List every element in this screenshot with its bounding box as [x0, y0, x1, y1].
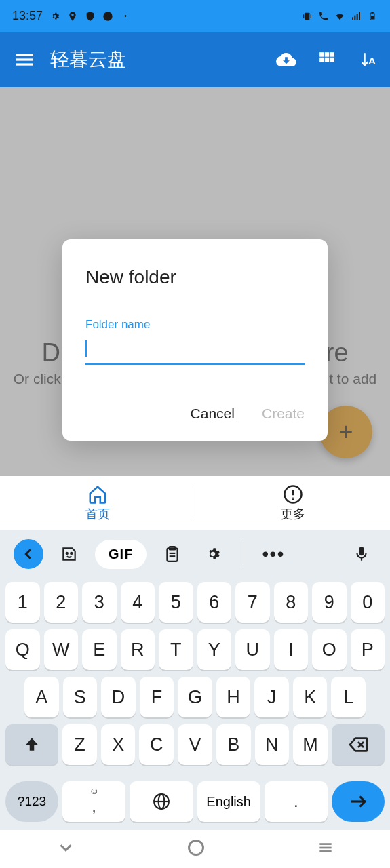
- key-r[interactable]: R: [121, 629, 155, 670]
- key-y[interactable]: Y: [197, 629, 232, 670]
- nav-home-label: 首页: [85, 506, 110, 522]
- keyboard: GIF ••• 1234567890 QWERTYUIOP ASDFGHJKL …: [0, 530, 390, 830]
- download-icon[interactable]: [276, 50, 296, 70]
- key-k[interactable]: K: [293, 677, 328, 717]
- new-folder-dialog: New folder Folder name Cancel Create: [62, 239, 328, 441]
- language-key[interactable]: [130, 781, 193, 822]
- battery-icon: [367, 11, 378, 22]
- create-button[interactable]: Create: [262, 406, 305, 422]
- sticker-icon[interactable]: [54, 539, 84, 569]
- enter-key[interactable]: [332, 781, 385, 822]
- location-icon: [67, 11, 78, 22]
- svg-point-24: [66, 553, 68, 554]
- sys-recent-icon[interactable]: [317, 839, 334, 859]
- shift-key[interactable]: [5, 724, 58, 765]
- key-c[interactable]: C: [139, 724, 174, 765]
- key-o[interactable]: O: [312, 629, 347, 670]
- key-p[interactable]: P: [351, 629, 385, 670]
- nav-home[interactable]: 首页: [0, 476, 195, 530]
- svg-point-25: [71, 553, 72, 554]
- cancel-button[interactable]: Cancel: [191, 406, 235, 422]
- more-icon[interactable]: •••: [258, 539, 288, 569]
- key-d[interactable]: D: [101, 677, 136, 717]
- key-w[interactable]: W: [44, 629, 79, 670]
- gif-button[interactable]: GIF: [95, 540, 147, 569]
- key-z[interactable]: Z: [62, 724, 97, 765]
- compass-icon: [102, 11, 113, 22]
- symbols-key[interactable]: ?123: [5, 781, 58, 822]
- clipboard-icon[interactable]: [157, 539, 187, 569]
- key-3[interactable]: 3: [82, 582, 117, 623]
- key-t[interactable]: T: [159, 629, 193, 670]
- app-title: 轻暮云盘: [50, 47, 276, 73]
- key-b[interactable]: B: [216, 724, 251, 765]
- folder-name-input[interactable]: [85, 336, 305, 365]
- svg-rect-5: [354, 15, 355, 20]
- svg-rect-13: [16, 63, 33, 65]
- shield-icon: [85, 11, 96, 22]
- key-6[interactable]: 6: [197, 582, 232, 623]
- svg-rect-7: [359, 12, 360, 20]
- sys-back-icon[interactable]: [56, 837, 76, 861]
- key-i[interactable]: I: [274, 629, 309, 670]
- key-g[interactable]: G: [178, 677, 212, 717]
- period-key[interactable]: .: [265, 781, 328, 822]
- svg-rect-6: [357, 14, 358, 20]
- mic-icon[interactable]: [347, 539, 376, 569]
- sys-home-icon[interactable]: [187, 838, 206, 860]
- wifi-icon: [334, 11, 345, 22]
- key-4[interactable]: 4: [121, 582, 155, 623]
- space-key[interactable]: English: [197, 781, 260, 822]
- kb-settings-icon[interactable]: [198, 539, 228, 569]
- signal-icon: [351, 11, 362, 22]
- sort-icon[interactable]: A: [357, 50, 378, 70]
- key-h[interactable]: H: [216, 677, 251, 717]
- grid-view-icon[interactable]: [317, 50, 337, 70]
- key-v[interactable]: V: [178, 724, 212, 765]
- nav-more-label: 更多: [281, 506, 305, 522]
- key-2[interactable]: 2: [44, 582, 79, 623]
- svg-rect-12: [16, 58, 33, 60]
- svg-rect-9: [371, 16, 374, 19]
- key-m[interactable]: M: [293, 724, 328, 765]
- key-q[interactable]: Q: [5, 629, 40, 670]
- key-e[interactable]: E: [82, 629, 117, 670]
- svg-point-36: [189, 841, 203, 855]
- menu-button[interactable]: [8, 43, 41, 76]
- key-8[interactable]: 8: [274, 582, 309, 623]
- key-1[interactable]: 1: [5, 582, 40, 623]
- settings-icon: [50, 11, 60, 22]
- status-time: 13:57: [12, 9, 43, 23]
- key-0[interactable]: 0: [351, 582, 385, 623]
- key-f[interactable]: F: [140, 677, 174, 717]
- key-5[interactable]: 5: [159, 582, 193, 623]
- svg-rect-18: [325, 58, 330, 62]
- svg-rect-10: [372, 12, 374, 14]
- key-n[interactable]: N: [255, 724, 290, 765]
- svg-point-0: [103, 12, 112, 20]
- svg-rect-1: [305, 12, 310, 20]
- svg-text:A: A: [368, 55, 376, 66]
- key-a[interactable]: A: [24, 677, 59, 717]
- system-nav: [0, 830, 390, 868]
- svg-rect-3: [311, 14, 311, 18]
- svg-rect-17: [319, 58, 324, 62]
- vibrate-icon: [302, 11, 313, 22]
- key-l[interactable]: L: [331, 677, 366, 717]
- key-j[interactable]: J: [254, 677, 289, 717]
- key-x[interactable]: X: [101, 724, 136, 765]
- key-s[interactable]: S: [63, 677, 98, 717]
- dot-icon: •: [120, 11, 131, 22]
- emoji-key[interactable]: ☺ ,: [62, 781, 125, 822]
- svg-rect-19: [330, 58, 334, 62]
- backspace-key[interactable]: [332, 724, 385, 765]
- key-9[interactable]: 9: [312, 582, 347, 623]
- kb-separator: [243, 542, 243, 566]
- key-u[interactable]: U: [235, 629, 270, 670]
- key-7[interactable]: 7: [235, 582, 270, 623]
- kb-back-icon[interactable]: [14, 539, 43, 569]
- nav-more[interactable]: 更多: [195, 476, 390, 530]
- svg-rect-2: [303, 14, 304, 18]
- dialog-title: New folder: [85, 267, 305, 288]
- call-icon: [318, 11, 329, 22]
